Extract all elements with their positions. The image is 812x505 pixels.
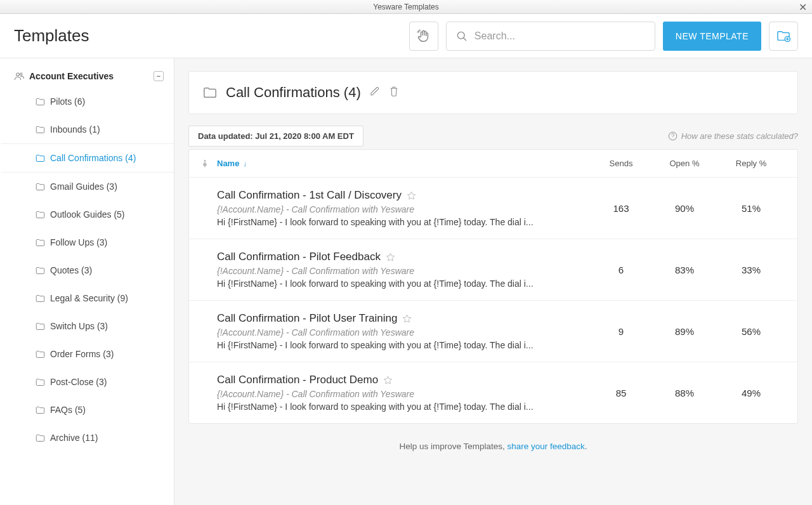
table-header: •▲▼ Name ↓ Sends Open % Reply % <box>189 150 797 178</box>
folder-icon <box>36 294 45 303</box>
template-subject: {!Account.Name} - Call Confirmation with… <box>217 204 589 214</box>
template-preview: Hi {!FirstName} - I look forward to spea… <box>217 279 589 289</box>
folder-icon <box>36 183 45 191</box>
metric-sends: 85 <box>589 388 653 398</box>
folder-icon <box>203 86 217 99</box>
close-icon[interactable]: ✕ <box>796 0 809 14</box>
wave-hand-icon <box>417 29 431 43</box>
folder-label: FAQs (5) <box>50 405 86 415</box>
data-updated-badge: Data updated: Jul 21, 2020 8:00 AM EDT <box>188 126 363 147</box>
stats-help-link[interactable]: How are these stats calculated? <box>668 131 798 141</box>
folder-icon <box>36 266 45 275</box>
sidebar-folder[interactable]: Pilots (6) <box>0 88 174 115</box>
team-icon <box>14 72 24 81</box>
sidebar-folder[interactable]: Outlook Guides (5) <box>0 200 174 228</box>
feedback-footer: Help us improve Templates, share your fe… <box>188 442 798 457</box>
table-row[interactable]: Call Confirmation - Pilot Feedback {!Acc… <box>189 239 797 301</box>
sidebar-folder[interactable]: Archive (11) <box>0 424 174 452</box>
template-title: Call Confirmation - Pilot User Training <box>217 312 397 325</box>
metric-reply: 49% <box>716 388 786 398</box>
sidebar-folder[interactable]: Post-Close (3) <box>0 368 174 396</box>
delete-folder-button[interactable] <box>389 86 399 100</box>
pencil-icon <box>370 86 380 96</box>
search-icon <box>455 30 468 43</box>
star-icon[interactable] <box>383 376 393 385</box>
folder-icon <box>36 434 45 442</box>
col-sends[interactable]: Sends <box>589 159 653 168</box>
table-row[interactable]: Call Confirmation - Product Demo {!Accou… <box>189 362 797 423</box>
sidebar-folder[interactable]: Inbounds (1) <box>0 115 174 143</box>
metric-sends: 6 <box>589 265 653 275</box>
template-title: Call Confirmation - 1st Call / Discovery <box>217 189 402 202</box>
sidebar-folder[interactable]: Legal & Security (9) <box>0 284 174 312</box>
table-row[interactable]: Call Confirmation - 1st Call / Discovery… <box>189 178 797 239</box>
folder-icon <box>36 154 45 162</box>
content-area: Account Executives − Pilots (6) Inbounds… <box>0 58 812 505</box>
collapse-icon[interactable]: − <box>154 71 164 81</box>
folder-icon <box>36 239 45 247</box>
folder-label: Switch Ups (3) <box>50 321 108 331</box>
metric-reply: 33% <box>716 265 786 275</box>
svg-line-1 <box>464 37 466 40</box>
sidebar-folder[interactable]: FAQs (5) <box>0 396 174 424</box>
handoff-button[interactable] <box>409 22 438 51</box>
metric-open: 89% <box>653 326 716 337</box>
metric-open: 83% <box>653 265 716 275</box>
sidebar-folder[interactable]: Call Confirmations (4) <box>0 143 174 173</box>
folder-label: Call Confirmations (4) <box>50 153 136 163</box>
folder-icon <box>36 322 45 331</box>
trash-icon <box>389 86 399 97</box>
feedback-link[interactable]: share your feedback <box>507 442 584 451</box>
folder-label: Order Forms (3) <box>50 349 114 359</box>
sidebar-folder[interactable]: Quotes (3) <box>0 256 174 284</box>
folder-label: Pilots (6) <box>50 96 85 107</box>
search-field[interactable] <box>446 22 655 51</box>
new-folder-button[interactable] <box>769 22 798 51</box>
svg-point-6 <box>20 73 22 75</box>
team-name: Account Executives <box>29 71 114 81</box>
folder-label: Outlook Guides (5) <box>50 209 125 220</box>
template-title: Call Confirmation - Pilot Feedback <box>217 251 381 263</box>
sidebar-folder[interactable]: Switch Ups (3) <box>0 312 174 340</box>
col-open[interactable]: Open % <box>653 159 716 168</box>
meta-row: Data updated: Jul 21, 2020 8:00 AM EDT H… <box>188 126 798 147</box>
folder-icon <box>36 406 45 414</box>
folder-label: Gmail Guides (3) <box>50 181 117 192</box>
page-title: Templates <box>14 26 402 46</box>
templates-table: •▲▼ Name ↓ Sends Open % Reply % Call Con… <box>188 149 798 424</box>
folder-label: Inbounds (1) <box>50 124 100 134</box>
metric-sends: 163 <box>589 203 653 214</box>
new-template-button[interactable]: NEW TEMPLATE <box>663 22 761 51</box>
folder-plus-icon <box>776 30 790 43</box>
folder-label: Quotes (3) <box>50 265 92 275</box>
top-bar: Templates NEW TEMPLATE <box>0 14 812 58</box>
star-icon[interactable] <box>386 253 395 262</box>
table-row[interactable]: Call Confirmation - Pilot User Training … <box>189 301 797 362</box>
template-subject: {!Account.Name} - Call Confirmation with… <box>217 389 589 399</box>
star-icon[interactable] <box>407 191 416 200</box>
template-preview: Hi {!FirstName} - I look forward to spea… <box>217 402 589 412</box>
window-title: Yesware Templates <box>373 3 438 11</box>
folder-icon <box>36 350 45 358</box>
edit-folder-button[interactable] <box>370 86 380 99</box>
star-icon[interactable] <box>402 314 412 324</box>
search-input[interactable] <box>475 30 646 42</box>
folder-icon <box>36 126 45 134</box>
folder-label: Legal & Security (9) <box>50 293 128 303</box>
sidebar-folder[interactable]: Follow Ups (3) <box>0 228 174 256</box>
help-icon <box>668 131 678 141</box>
template-preview: Hi {!FirstName} - I look forward to spea… <box>217 217 589 227</box>
metric-reply: 51% <box>716 203 786 214</box>
team-header[interactable]: Account Executives − <box>0 65 174 88</box>
col-name[interactable]: Name ↓ <box>217 159 589 168</box>
col-reply[interactable]: Reply % <box>716 159 786 168</box>
folder-title: Call Confirmations (4) <box>226 84 361 101</box>
metric-open: 88% <box>653 388 716 398</box>
folder-icon <box>36 98 45 106</box>
sort-handle-header[interactable]: •▲▼ <box>193 160 217 167</box>
sidebar-folder[interactable]: Order Forms (3) <box>0 340 174 368</box>
folder-label: Post-Close (3) <box>50 377 107 387</box>
sidebar-folder[interactable]: Gmail Guides (3) <box>0 173 174 200</box>
main-panel: Call Confirmations (4) Data updated: Jul… <box>174 58 812 505</box>
folder-label: Archive (11) <box>50 433 98 443</box>
